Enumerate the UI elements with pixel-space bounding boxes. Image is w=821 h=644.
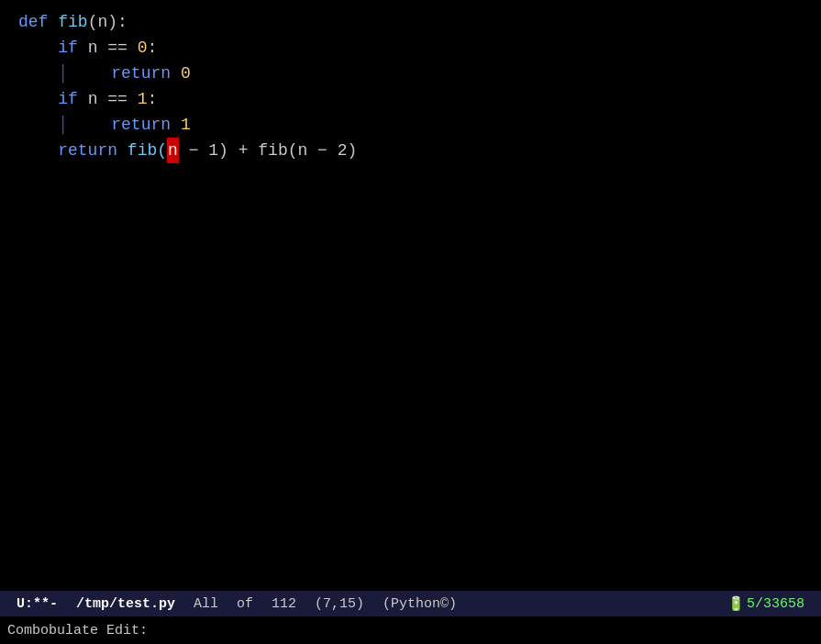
- code-line-1: def fib(n):: [18, 9, 821, 35]
- status-all: All: [184, 591, 227, 616]
- code-line-6: return fib(n − 1) + fib(n − 2): [18, 138, 821, 163]
- status-filepath: /tmp/test.py: [67, 591, 184, 616]
- code-line-5: │ return 1: [18, 112, 821, 138]
- battery-icon: 🔋: [727, 595, 745, 613]
- status-bar: U:**- /tmp/test.py All of 112 (7,15) (Py…: [0, 591, 821, 616]
- status-battery: 🔋5/33658: [718, 591, 814, 616]
- status-position: (7,15): [305, 591, 373, 616]
- command-text: Combobulate Edit:: [7, 623, 148, 638]
- status-filetype: (Python©): [373, 591, 466, 616]
- session-id: 33658: [763, 596, 804, 612]
- command-line: Combobulate Edit:: [0, 616, 821, 644]
- code-line-4: if n == 1:: [18, 86, 821, 112]
- code-line-3: │ return 0: [18, 61, 821, 86]
- indent-bar-2: │: [58, 112, 68, 138]
- status-line-count: 112: [262, 591, 305, 616]
- cursor: n: [167, 138, 179, 163]
- code-line-2: if n == 0:: [18, 35, 821, 61]
- function-name: fib: [58, 9, 87, 35]
- indent-bar: │: [58, 61, 68, 86]
- battery-value: 5: [747, 596, 755, 612]
- status-modified: U:**-: [7, 591, 67, 616]
- status-of: of: [227, 591, 262, 616]
- editor-area[interactable]: def fib(n): if n == 0: │ return 0 if n =…: [0, 0, 821, 585]
- keyword-def: def: [18, 9, 58, 35]
